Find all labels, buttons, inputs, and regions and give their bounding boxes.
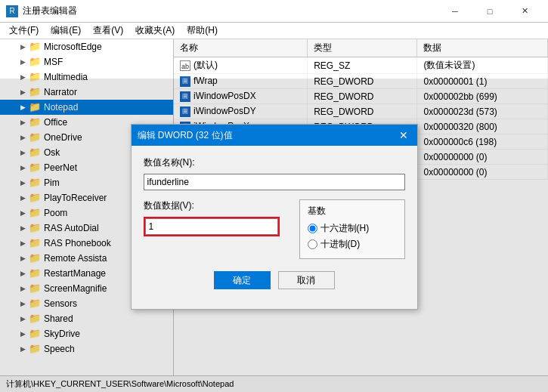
title-bar-controls: ─ □ ✕ [438, 0, 542, 23]
folder-icon: 📁 [29, 41, 41, 53]
menu-item[interactable]: 查看(V) [87, 23, 129, 39]
menu-bar: 文件(F)编辑(E)查看(V)收藏夹(A)帮助(H) [0, 23, 548, 39]
dialog-left: 数值数据(V): [144, 199, 290, 259]
value-input-wrapper [144, 217, 280, 236]
close-button[interactable]: ✕ [507, 0, 542, 23]
col-header-name: 名称 [174, 39, 308, 57]
dec-radio-row[interactable]: 十进制(D) [308, 238, 397, 251]
dialog-body: 数值名称(N): 数值数据(V): 基数 [132, 146, 417, 309]
dialog-close-button[interactable]: ✕ [396, 128, 411, 143]
maximize-button[interactable]: □ [472, 0, 507, 23]
tree-item-label: MSF [44, 57, 63, 67]
menu-item[interactable]: 编辑(E) [45, 23, 87, 39]
tree-arrow-icon: ▶ [18, 42, 27, 51]
menu-item[interactable]: 帮助(H) [181, 23, 224, 39]
hex-label: 十六进制(H) [320, 222, 370, 235]
ab-icon: ab [180, 60, 190, 71]
radix-label: 基数 [308, 205, 397, 218]
name-label: 数值名称(N): [144, 156, 405, 169]
hex-radio-row[interactable]: 十六进制(H) [308, 222, 397, 235]
radix-group: 基数 十六进制(H) 十进制(D) [299, 199, 405, 259]
folder-icon: 📁 [29, 56, 41, 68]
cell-name: ab(默认) [174, 57, 308, 74]
edit-dialog: 编辑 DWORD (32 位)值 ✕ 数值名称(N): 数值数据(V): 基 [131, 124, 418, 310]
dialog-titlebar: 编辑 DWORD (32 位)值 ✕ [132, 125, 417, 146]
col-header-data: 数据 [417, 39, 548, 57]
title-bar: R 注册表编辑器 ─ □ ✕ [0, 0, 548, 23]
main-content: ▶📁MicrosoftEdge▶📁MSF▶📁Multimedia▶📁Narrat… [0, 39, 548, 375]
name-input[interactable] [144, 174, 405, 190]
menu-item[interactable]: 文件(F) [3, 23, 45, 39]
modal-overlay: 编辑 DWORD (32 位)值 ✕ 数值名称(N): 数值数据(V): 基 [0, 79, 548, 392]
table-row[interactable]: ab(默认)REG_SZ(数值未设置) [174, 57, 548, 74]
tree-item[interactable]: ▶📁MSF [0, 54, 173, 69]
tree-item-label: MicrosoftEdge [44, 42, 102, 52]
dialog-row: 数值数据(V): 基数 十六进制(H) [144, 199, 405, 259]
hex-radio[interactable] [308, 224, 317, 233]
radio-group: 基数 十六进制(H) 十进制(D) [299, 199, 405, 259]
minimize-button[interactable]: ─ [438, 0, 472, 23]
data-input[interactable] [145, 218, 278, 235]
col-header-type: 类型 [308, 39, 417, 57]
tree-arrow-icon: ▶ [18, 57, 27, 66]
data-label: 数值数据(V): [144, 199, 290, 212]
ok-button[interactable]: 确定 [214, 271, 271, 289]
title-bar-text: 注册表编辑器 [23, 5, 438, 17]
menu-item[interactable]: 收藏夹(A) [129, 23, 181, 39]
dec-radio[interactable] [308, 239, 317, 249]
cell-type: REG_SZ [308, 57, 417, 74]
dialog-title: 编辑 DWORD (32 位)值 [138, 129, 396, 142]
cancel-button[interactable]: 取消 [278, 271, 335, 289]
app-icon: R [6, 5, 18, 17]
cell-data: (数值未设置) [417, 57, 548, 74]
dialog-buttons: 确定 取消 [144, 271, 405, 298]
tree-item[interactable]: ▶📁MicrosoftEdge [0, 39, 173, 54]
dec-label: 十进制(D) [320, 238, 361, 251]
